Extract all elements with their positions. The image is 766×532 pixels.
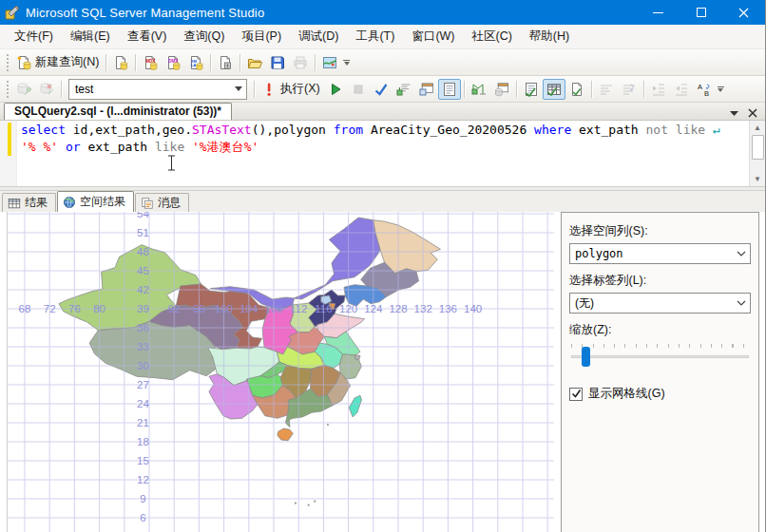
toolbar-grip[interactable] — [5, 54, 10, 71]
actual-plan-icon[interactable] — [468, 79, 490, 100]
scroll-down-icon[interactable]: ▼ — [750, 172, 765, 186]
close-button[interactable] — [722, 0, 765, 25]
toolbar-separator — [105, 54, 106, 71]
tab-messages[interactable]: 消息 — [135, 193, 189, 212]
tab-spatial-results[interactable]: 空间结果 — [57, 191, 134, 212]
mdx-query-icon[interactable]: MDX — [139, 52, 162, 73]
scrollbar-thumb[interactable] — [752, 135, 764, 160]
change-connection-icon[interactable] — [35, 79, 58, 100]
zoom-label: 缩放(Z): — [569, 322, 751, 338]
dmx-query-icon[interactable]: DMX — [162, 52, 184, 73]
cancel-query-icon[interactable] — [347, 79, 370, 100]
show-gridlines-checkbox[interactable] — [569, 388, 583, 401]
app-icon — [5, 5, 20, 20]
toolbar-separator — [239, 54, 240, 71]
menu-item[interactable]: 调试(D) — [290, 25, 347, 48]
activity-monitor-icon[interactable] — [318, 52, 341, 73]
save-icon[interactable] — [266, 52, 289, 73]
menu-item[interactable]: 工具(T) — [347, 25, 403, 48]
menu-item[interactable]: 帮助(H) — [521, 25, 578, 48]
client-statistics-icon[interactable] — [490, 79, 513, 100]
show-gridlines-row: 显示网格线(G) — [569, 386, 751, 402]
x-axis-label: 132 — [414, 303, 432, 314]
template-parameters-icon[interactable]: AB — [693, 79, 716, 100]
execute-icon — [261, 82, 277, 97]
new-query-label: 新建查询(N) — [35, 54, 99, 70]
results-grid-icon — [8, 197, 21, 210]
svg-text:A: A — [698, 83, 702, 91]
results-to-file-icon[interactable] — [565, 79, 588, 100]
indent-icon[interactable] — [670, 79, 693, 100]
x-axis-label: 72 — [44, 303, 56, 314]
menu-item[interactable]: 查询(Q) — [175, 25, 233, 48]
minimize-button[interactable] — [637, 0, 680, 25]
toolbar-separator — [254, 81, 255, 98]
y-axis-label: 54 — [137, 212, 149, 219]
tab-messages-label: 消息 — [158, 195, 181, 211]
query-options-icon[interactable] — [393, 79, 415, 100]
analysis-query-icon[interactable] — [214, 52, 237, 73]
y-axis-label: 42 — [137, 284, 149, 295]
intellisense-icon[interactable] — [415, 79, 438, 100]
toolbar-overflow-button[interactable] — [718, 86, 724, 92]
uncomment-icon[interactable] — [618, 79, 641, 100]
chevron-down-icon — [235, 86, 242, 91]
label-column-label: 选择标签列(L): — [569, 273, 751, 289]
new-database-query-icon[interactable] — [109, 52, 132, 73]
comment-icon[interactable] — [595, 79, 618, 100]
menu-item[interactable]: 编辑(E) — [62, 25, 119, 48]
database-combobox-dropdown[interactable] — [230, 80, 246, 99]
parse-icon[interactable] — [370, 79, 393, 100]
sql-editor[interactable]: select id,ext_path,geo.STAsText(),polygo… — [0, 121, 765, 187]
menu-bar: 文件(F)编辑(E)查看(V)查询(Q)项目(P)调试(D)工具(T)窗口(W)… — [0, 25, 765, 49]
outdent-icon[interactable] — [647, 79, 670, 100]
label-column-select[interactable]: (无) — [569, 293, 751, 314]
new-query-button[interactable]: 新建查询(N) — [12, 51, 103, 73]
svg-text:LA: LA — [191, 63, 197, 67]
database-combobox-value: test — [75, 83, 93, 96]
menu-item[interactable]: 窗口(W) — [403, 25, 463, 48]
menu-item[interactable]: 项目(P) — [233, 25, 290, 48]
close-icon — [738, 8, 749, 18]
toolbar-overflow-button[interactable] — [343, 60, 350, 66]
zoom-slider-thumb[interactable] — [582, 347, 590, 367]
toolbar-separator — [591, 81, 592, 98]
minimize-icon — [653, 12, 663, 13]
scroll-up-icon[interactable]: ▲ — [750, 121, 765, 135]
toolbar-separator — [61, 81, 62, 98]
toolbar-sql-editor: test 执行(X) AB — [0, 76, 765, 103]
menu-item[interactable]: 查看(V) — [119, 25, 176, 48]
database-combobox[interactable]: test — [68, 79, 247, 100]
xmla-query-icon[interactable]: XMLA — [184, 52, 207, 73]
x-axis-label: 128 — [389, 303, 407, 314]
tab-results[interactable]: 结果 — [2, 193, 56, 212]
y-axis-label: 45 — [137, 265, 149, 276]
map-viewport[interactable]: 6872768092961001041081121161201241281321… — [7, 212, 554, 532]
results-to-grid-icon[interactable] — [543, 79, 565, 100]
zoom-slider[interactable] — [571, 344, 749, 372]
map-island-dot — [295, 503, 297, 504]
tab-list-dropdown-icon[interactable] — [730, 111, 738, 116]
open-file-icon[interactable] — [243, 52, 266, 73]
menu-item[interactable]: 文件(F) — [6, 25, 62, 48]
connect-icon[interactable] — [12, 79, 35, 100]
y-axis-label: 9 — [140, 493, 145, 504]
close-document-icon[interactable] — [748, 108, 757, 118]
show-estimated-plan-icon[interactable] — [438, 79, 461, 100]
toolbar-grip[interactable] — [5, 81, 10, 98]
maximize-button[interactable] — [680, 0, 722, 25]
editor-scrollbar[interactable]: ▲ ▼ — [749, 121, 765, 186]
spatial-column-select[interactable]: polygon — [569, 243, 751, 264]
application-window: Microsoft SQL Server Management Studio 文… — [0, 0, 766, 532]
editor-gutter — [0, 121, 17, 186]
debug-icon[interactable] — [324, 79, 347, 100]
svg-text:B: B — [704, 89, 709, 97]
execute-button[interactable]: 执行(X) — [258, 78, 324, 100]
code-area[interactable]: select id,ext_path,geo.STAsText(),polygo… — [17, 121, 749, 186]
menu-item[interactable]: 社区(C) — [464, 25, 521, 48]
results-to-text-icon[interactable] — [520, 79, 543, 100]
document-tab[interactable]: SQLQuery2.sql - (l...dministrator (53))* — [4, 103, 232, 120]
zoom-slider-track[interactable] — [571, 355, 749, 358]
label-column-value: (无) — [575, 295, 594, 312]
print-icon[interactable] — [289, 52, 312, 73]
